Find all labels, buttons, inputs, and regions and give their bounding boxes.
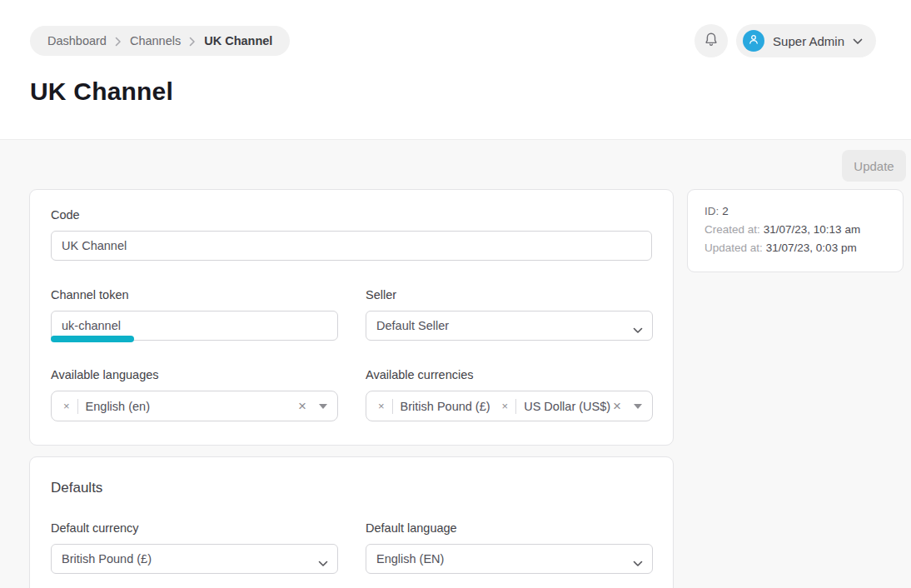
chip-label: US Dollar (US$)	[524, 400, 610, 413]
code-input[interactable]	[51, 231, 652, 261]
record-meta-card: ID:2 Created at:31/07/23, 10:13 am Updat…	[687, 189, 904, 272]
chip-divider	[77, 399, 78, 414]
default-language-label: Default language	[366, 521, 653, 535]
meta-created-value: 31/07/23, 10:13 am	[764, 223, 860, 236]
currency-chip: × US Dollar (US$)	[502, 399, 611, 414]
code-label: Code	[51, 208, 652, 222]
notifications-button[interactable]	[694, 24, 728, 57]
defaults-card: Defaults Default currency British Pound …	[29, 456, 674, 588]
chip-divider	[515, 399, 516, 414]
default-currency-label: Default currency	[51, 521, 338, 535]
meta-updated-value: 31/07/23, 0:03 pm	[766, 242, 857, 254]
user-name: Super Admin	[773, 34, 844, 48]
content-area: Update Code Channel token Sell	[0, 140, 911, 588]
meta-id-value: 2	[722, 205, 729, 217]
clear-all-icon[interactable]: ×	[298, 399, 306, 413]
token-highlight-marker	[51, 336, 134, 342]
meta-updated-label: Updated at:	[704, 242, 763, 254]
language-chip: × English (en)	[63, 399, 150, 414]
dropdown-arrow-icon[interactable]	[319, 404, 327, 409]
default-currency-select[interactable]: British Pound (£)	[51, 544, 338, 574]
chip-label: British Pound (£)	[401, 400, 490, 413]
chevron-down-icon	[318, 556, 328, 570]
general-card: Code Channel token Seller Default Seller	[29, 189, 674, 446]
topbar: Dashboard Channels UK Channel	[0, 0, 911, 57]
seller-label: Seller	[366, 288, 653, 301]
breadcrumb-item-current: UK Channel	[204, 34, 272, 47]
remove-chip-icon[interactable]: ×	[378, 401, 385, 411]
available-languages-multiselect[interactable]: × English (en) ×	[51, 391, 338, 421]
breadcrumb-item-dashboard[interactable]: Dashboard	[47, 34, 107, 47]
defaults-section-title: Defaults	[51, 480, 652, 496]
seller-select-value: Default Seller	[376, 319, 449, 332]
side-column: ID:2 Created at:31/07/23, 10:13 am Updat…	[687, 189, 904, 272]
main-column: Code Channel token Seller Default Seller	[29, 189, 674, 588]
channel-token-wrap	[51, 311, 338, 341]
page-header: Dashboard Channels UK Channel	[0, 0, 911, 140]
available-currencies-label: Available currencies	[366, 368, 653, 381]
dropdown-arrow-icon[interactable]	[634, 404, 642, 409]
avatar	[743, 30, 764, 52]
default-language-value: English (EN)	[376, 552, 444, 566]
chip-divider	[392, 399, 393, 414]
currency-chip: × British Pound (£)	[378, 399, 490, 414]
available-currencies-multiselect[interactable]: × British Pound (£) × US Dollar (US$)	[366, 391, 653, 421]
breadcrumb: Dashboard Channels UK Channel	[30, 26, 290, 56]
chevron-right-icon	[189, 37, 196, 47]
meta-updated: Updated at:31/07/23, 0:03 pm	[704, 239, 886, 257]
user-menu[interactable]: Super Admin	[736, 24, 876, 57]
channel-token-label: Channel token	[51, 288, 338, 301]
available-languages-label: Available languages	[51, 368, 338, 381]
person-icon	[748, 33, 759, 48]
chip-label: English (en)	[86, 400, 150, 413]
meta-created: Created at:31/07/23, 10:13 am	[704, 221, 886, 239]
remove-chip-icon[interactable]: ×	[63, 401, 70, 411]
topbar-right: Super Admin	[694, 24, 876, 57]
default-language-select[interactable]: English (EN)	[366, 544, 653, 574]
breadcrumb-item-channels[interactable]: Channels	[130, 34, 181, 47]
chevron-down-icon	[633, 556, 643, 570]
chevron-down-icon	[853, 38, 863, 45]
chevron-right-icon	[115, 37, 122, 47]
default-currency-value: British Pound (£)	[62, 552, 152, 566]
update-button[interactable]: Update	[842, 150, 906, 182]
chevron-down-icon	[633, 323, 643, 336]
remove-chip-icon[interactable]: ×	[502, 401, 509, 411]
meta-id-label: ID:	[704, 205, 719, 217]
meta-created-label: Created at:	[704, 223, 760, 236]
meta-id: ID:2	[704, 202, 886, 221]
clear-all-icon[interactable]: ×	[613, 399, 621, 413]
bell-icon	[704, 32, 719, 51]
seller-select[interactable]: Default Seller	[366, 311, 653, 341]
page-title: UK Channel	[30, 77, 911, 106]
